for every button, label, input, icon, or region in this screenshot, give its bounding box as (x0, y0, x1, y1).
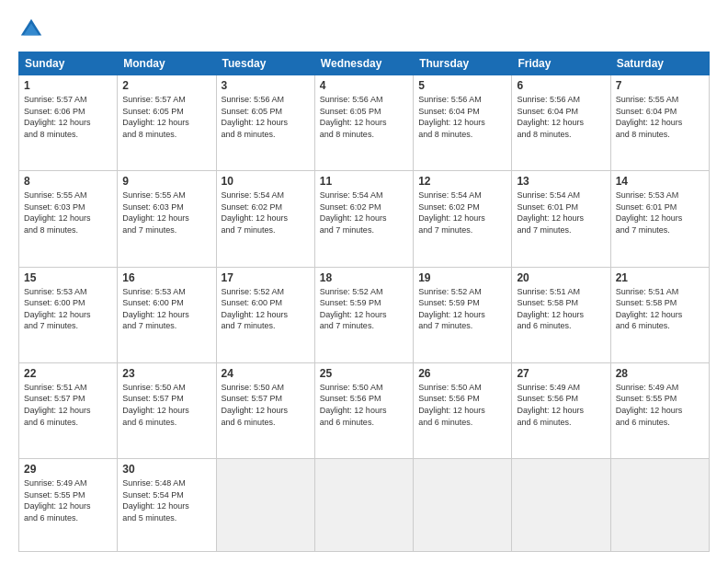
day-cell: 14Sunrise: 5:53 AM Sunset: 6:01 PM Dayli… (610, 171, 709, 267)
day-number: 7 (616, 79, 704, 92)
day-info: Sunrise: 5:49 AM Sunset: 5:55 PM Dayligh… (24, 477, 112, 523)
day-cell: 9Sunrise: 5:55 AM Sunset: 6:03 PM Daylig… (118, 171, 216, 267)
day-number: 16 (122, 271, 210, 284)
day-cell: 4Sunrise: 5:56 AM Sunset: 6:05 PM Daylig… (314, 75, 413, 171)
day-number: 24 (222, 367, 310, 380)
day-info: Sunrise: 5:50 AM Sunset: 5:56 PM Dayligh… (418, 382, 506, 428)
day-number: 2 (122, 79, 210, 92)
day-cell: 24Sunrise: 5:50 AM Sunset: 5:57 PM Dayli… (216, 362, 314, 458)
day-info: Sunrise: 5:48 AM Sunset: 5:54 PM Dayligh… (122, 477, 210, 523)
day-info: Sunrise: 5:50 AM Sunset: 5:57 PM Dayligh… (222, 382, 310, 428)
day-cell: 13Sunrise: 5:54 AM Sunset: 6:01 PM Dayli… (512, 171, 610, 267)
day-number: 15 (24, 271, 112, 284)
day-info: Sunrise: 5:49 AM Sunset: 5:55 PM Dayligh… (616, 382, 704, 428)
day-number: 11 (320, 175, 408, 188)
day-number: 22 (24, 367, 112, 380)
day-cell: 16Sunrise: 5:53 AM Sunset: 6:00 PM Dayli… (118, 267, 216, 362)
header (18, 17, 710, 42)
day-info: Sunrise: 5:57 AM Sunset: 6:05 PM Dayligh… (122, 94, 210, 140)
day-info: Sunrise: 5:53 AM Sunset: 6:01 PM Dayligh… (616, 190, 704, 236)
day-cell: 25Sunrise: 5:50 AM Sunset: 5:56 PM Dayli… (314, 362, 413, 458)
day-cell: 29Sunrise: 5:49 AM Sunset: 5:55 PM Dayli… (19, 459, 118, 552)
day-number: 6 (517, 79, 605, 92)
day-cell: 3Sunrise: 5:56 AM Sunset: 6:05 PM Daylig… (216, 75, 314, 171)
day-info: Sunrise: 5:54 AM Sunset: 6:02 PM Dayligh… (222, 190, 310, 236)
day-cell: 23Sunrise: 5:50 AM Sunset: 5:57 PM Dayli… (118, 362, 216, 458)
header-row: SundayMondayTuesdayWednesdayThursdayFrid… (19, 52, 710, 75)
day-cell (512, 459, 610, 552)
day-info: Sunrise: 5:49 AM Sunset: 5:56 PM Dayligh… (517, 382, 605, 428)
day-cell (216, 459, 314, 552)
day-info: Sunrise: 5:51 AM Sunset: 5:58 PM Dayligh… (616, 286, 704, 332)
day-cell: 28Sunrise: 5:49 AM Sunset: 5:55 PM Dayli… (610, 362, 709, 458)
day-cell: 27Sunrise: 5:49 AM Sunset: 5:56 PM Dayli… (512, 362, 610, 458)
day-info: Sunrise: 5:54 AM Sunset: 6:01 PM Dayligh… (517, 190, 605, 236)
day-info: Sunrise: 5:55 AM Sunset: 6:04 PM Dayligh… (616, 94, 704, 140)
week-row-4: 22Sunrise: 5:51 AM Sunset: 5:57 PM Dayli… (19, 362, 710, 458)
col-header-thursday: Thursday (414, 52, 512, 75)
day-info: Sunrise: 5:51 AM Sunset: 5:57 PM Dayligh… (24, 382, 112, 428)
day-number: 3 (222, 79, 310, 92)
day-cell: 8Sunrise: 5:55 AM Sunset: 6:03 PM Daylig… (19, 171, 118, 267)
day-cell: 1Sunrise: 5:57 AM Sunset: 6:06 PM Daylig… (19, 75, 118, 171)
day-cell (610, 459, 709, 552)
col-header-saturday: Saturday (610, 52, 709, 75)
day-cell: 5Sunrise: 5:56 AM Sunset: 6:04 PM Daylig… (414, 75, 512, 171)
calendar: SundayMondayTuesdayWednesdayThursdayFrid… (18, 52, 710, 552)
day-cell: 22Sunrise: 5:51 AM Sunset: 5:57 PM Dayli… (19, 362, 118, 458)
day-number: 27 (517, 367, 605, 380)
logo-icon (18, 17, 44, 42)
day-number: 26 (418, 367, 506, 380)
day-cell (314, 459, 413, 552)
col-header-sunday: Sunday (19, 52, 118, 75)
day-cell: 7Sunrise: 5:55 AM Sunset: 6:04 PM Daylig… (610, 75, 709, 171)
day-cell: 20Sunrise: 5:51 AM Sunset: 5:58 PM Dayli… (512, 267, 610, 362)
day-number: 19 (418, 271, 506, 284)
col-header-wednesday: Wednesday (314, 52, 413, 75)
day-number: 21 (616, 271, 704, 284)
day-number: 5 (418, 79, 506, 92)
day-number: 14 (616, 175, 704, 188)
day-number: 23 (122, 367, 210, 380)
day-info: Sunrise: 5:57 AM Sunset: 6:06 PM Dayligh… (24, 94, 112, 140)
day-number: 4 (320, 79, 408, 92)
day-number: 29 (24, 463, 112, 476)
day-number: 25 (320, 367, 408, 380)
day-cell: 21Sunrise: 5:51 AM Sunset: 5:58 PM Dayli… (610, 267, 709, 362)
day-cell: 30Sunrise: 5:48 AM Sunset: 5:54 PM Dayli… (118, 459, 216, 552)
day-info: Sunrise: 5:51 AM Sunset: 5:58 PM Dayligh… (517, 286, 605, 332)
week-row-1: 1Sunrise: 5:57 AM Sunset: 6:06 PM Daylig… (19, 75, 710, 171)
day-info: Sunrise: 5:55 AM Sunset: 6:03 PM Dayligh… (24, 190, 112, 236)
day-cell: 17Sunrise: 5:52 AM Sunset: 6:00 PM Dayli… (216, 267, 314, 362)
day-info: Sunrise: 5:56 AM Sunset: 6:05 PM Dayligh… (320, 94, 408, 140)
day-info: Sunrise: 5:50 AM Sunset: 5:56 PM Dayligh… (320, 382, 408, 428)
col-header-friday: Friday (512, 52, 610, 75)
day-info: Sunrise: 5:56 AM Sunset: 6:04 PM Dayligh… (418, 94, 506, 140)
day-cell: 15Sunrise: 5:53 AM Sunset: 6:00 PM Dayli… (19, 267, 118, 362)
day-info: Sunrise: 5:53 AM Sunset: 6:00 PM Dayligh… (24, 286, 112, 332)
day-number: 12 (418, 175, 506, 188)
day-cell (414, 459, 512, 552)
day-info: Sunrise: 5:54 AM Sunset: 6:02 PM Dayligh… (418, 190, 506, 236)
day-info: Sunrise: 5:52 AM Sunset: 5:59 PM Dayligh… (320, 286, 408, 332)
day-info: Sunrise: 5:55 AM Sunset: 6:03 PM Dayligh… (122, 190, 210, 236)
day-number: 13 (517, 175, 605, 188)
day-info: Sunrise: 5:52 AM Sunset: 5:59 PM Dayligh… (418, 286, 506, 332)
day-info: Sunrise: 5:50 AM Sunset: 5:57 PM Dayligh… (122, 382, 210, 428)
day-cell: 10Sunrise: 5:54 AM Sunset: 6:02 PM Dayli… (216, 171, 314, 267)
day-info: Sunrise: 5:52 AM Sunset: 6:00 PM Dayligh… (222, 286, 310, 332)
day-info: Sunrise: 5:53 AM Sunset: 6:00 PM Dayligh… (122, 286, 210, 332)
day-number: 8 (24, 175, 112, 188)
logo (18, 17, 50, 42)
week-row-5: 29Sunrise: 5:49 AM Sunset: 5:55 PM Dayli… (19, 459, 710, 552)
day-cell: 18Sunrise: 5:52 AM Sunset: 5:59 PM Dayli… (314, 267, 413, 362)
day-cell: 11Sunrise: 5:54 AM Sunset: 6:02 PM Dayli… (314, 171, 413, 267)
page: SundayMondayTuesdayWednesdayThursdayFrid… (0, 0, 728, 563)
day-cell: 19Sunrise: 5:52 AM Sunset: 5:59 PM Dayli… (414, 267, 512, 362)
week-row-3: 15Sunrise: 5:53 AM Sunset: 6:00 PM Dayli… (19, 267, 710, 362)
day-info: Sunrise: 5:56 AM Sunset: 6:05 PM Dayligh… (222, 94, 310, 140)
day-cell: 2Sunrise: 5:57 AM Sunset: 6:05 PM Daylig… (118, 75, 216, 171)
week-row-2: 8Sunrise: 5:55 AM Sunset: 6:03 PM Daylig… (19, 171, 710, 267)
day-number: 17 (222, 271, 310, 284)
day-number: 28 (616, 367, 704, 380)
